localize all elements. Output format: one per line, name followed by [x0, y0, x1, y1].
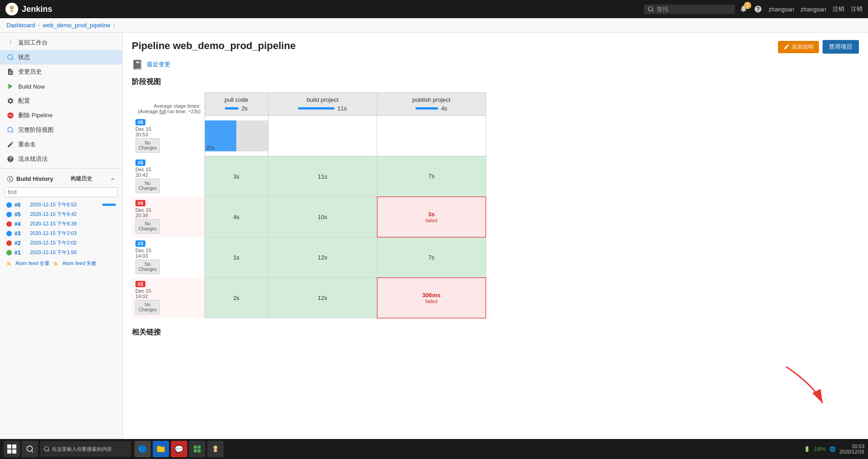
taskbar-file-explorer-icon[interactable]	[153, 441, 169, 457]
search-icon	[648, 6, 654, 12]
build-num[interactable]: #1	[15, 249, 27, 256]
stage-cell-5-publish[interactable]: 7s	[377, 156, 486, 197]
build-date[interactable]: 2020-12-15 下午8:53	[30, 201, 77, 208]
build-row-1[interactable]: #1 2020-12-15 下午1:56	[0, 248, 122, 257]
atom-feed-fail[interactable]: Atom feed 失败	[62, 260, 96, 267]
stage-cell-4-publish[interactable]: 3s failed	[377, 197, 486, 237]
search-box[interactable]	[644, 5, 735, 14]
sidebar-item-changes[interactable]: 变更历史	[0, 65, 122, 79]
no-changes-btn-4[interactable]: NoChanges	[135, 219, 160, 234]
no-changes-btn-5[interactable]: NoChanges	[135, 179, 160, 193]
sidebar-item-rename[interactable]: 重命名	[0, 137, 122, 152]
stage-row-5: #5 Dec 15 20:42 NoChanges 3s 11s 7s	[132, 156, 486, 197]
sidebar-item-delete[interactable]: 删除 Pipeline	[0, 108, 122, 123]
stage-cell-3-pull[interactable]: 1s	[205, 237, 268, 278]
taskbar-search-bar[interactable]: 在这里输入你要搜索的内容	[40, 441, 131, 457]
svg-rect-18	[198, 449, 201, 453]
logout-button[interactable]: 注销	[833, 5, 844, 13]
add-description-button[interactable]: 添加说明	[778, 41, 819, 53]
jenkins-logo	[5, 3, 18, 15]
chevron-up-icon[interactable]	[110, 176, 116, 182]
arrow-up-icon: ↑	[6, 39, 15, 47]
build-history-label: Build History	[6, 175, 53, 183]
sidebar-item-label: 状态	[18, 53, 30, 61]
stage-cell-2-pull[interactable]: 2s	[205, 278, 268, 318]
svg-rect-20	[214, 449, 217, 452]
taskbar-jenkins-icon[interactable]	[207, 441, 224, 457]
build-badge-3[interactable]: #3	[135, 240, 145, 247]
build-badge-4[interactable]: #4	[135, 200, 145, 206]
clock-icon	[6, 175, 14, 183]
build-num[interactable]: #5	[15, 211, 27, 218]
build-row-4[interactable]: #4 2020-12-15 下午8:39	[0, 219, 122, 229]
stage-row-6: #6 Dec 15 20:53 NoChanges 21s	[132, 116, 486, 156]
taskbar-wechat-icon[interactable]: 💬	[171, 441, 187, 457]
build-num[interactable]: #3	[15, 230, 27, 237]
brand: Jenkins	[5, 3, 52, 15]
stage-cell-4-build[interactable]: 10s	[268, 197, 377, 237]
stage-cell-2-publish[interactable]: 306ms failed	[377, 278, 486, 318]
sidebar-item-config[interactable]: 配置	[0, 94, 122, 108]
build-row-3[interactable]: #3 2020-12-15 下午2:03	[0, 229, 122, 238]
build-num[interactable]: #2	[15, 240, 27, 246]
build-date[interactable]: 2020-12-15 下午1:56	[30, 249, 77, 256]
build-num[interactable]: #4	[15, 221, 27, 227]
taskbar-network: 🌐	[829, 446, 836, 452]
build-find-input[interactable]	[5, 187, 118, 197]
folder-icon	[156, 444, 165, 454]
build-label-5: #5 Dec 15 20:42 NoChanges	[132, 156, 205, 197]
svg-point-2	[10, 7, 11, 8]
build-row-2[interactable]: #2 2020-12-15 下午2:02	[0, 238, 122, 248]
stage-cell-4-pull[interactable]: 4s	[205, 197, 268, 237]
breadcrumb-home[interactable]: Dashboard	[6, 22, 35, 29]
build-date[interactable]: 2020-12-15 下午2:03	[30, 230, 77, 237]
taskbar-start-button[interactable]	[4, 441, 20, 457]
build-badge-5[interactable]: #5	[135, 160, 145, 166]
sidebar-item-full-stage[interactable]: 完整阶段视图	[0, 123, 122, 137]
taskbar-app-icons: 💬	[135, 441, 224, 457]
build-history-text: Build History	[16, 175, 53, 182]
no-changes-btn-3[interactable]: NoChanges	[135, 259, 160, 274]
taskbar-edge-icon[interactable]	[135, 441, 151, 457]
build-row-6[interactable]: #6 2020-12-15 下午8:53	[0, 200, 122, 210]
build-num[interactable]: #6	[15, 202, 27, 208]
stage-cell-6-build[interactable]	[268, 116, 377, 156]
atom-feed-all[interactable]: Atom feed 全量	[15, 260, 50, 267]
logout-text[interactable]: 注销	[851, 5, 863, 13]
notification-bell[interactable]: 1	[739, 5, 748, 14]
stage-cell-2-build[interactable]: 12s	[268, 278, 377, 318]
build-date[interactable]: 2020-12-15 下午8:42	[30, 211, 77, 218]
taskbar-search-icon	[26, 445, 34, 453]
stage-view-icon	[6, 126, 15, 134]
build-history-header: Build History 构建历史	[0, 172, 122, 185]
stage-cell-3-publish[interactable]: 7s	[377, 237, 486, 278]
build-history-chinese: 构建历史	[70, 175, 92, 183]
avg-time-build: 11s	[337, 105, 347, 112]
disable-project-button[interactable]: 禁用项目	[823, 40, 859, 54]
build-date[interactable]: 2020-12-15 下午2:02	[30, 239, 77, 246]
stage-cell-5-build[interactable]: 11s	[268, 156, 377, 197]
sidebar-item-pipeline-syntax[interactable]: 流水线语法	[0, 152, 122, 166]
stage-cell-6-publish[interactable]	[377, 116, 486, 156]
search-input[interactable]	[657, 6, 720, 13]
breadcrumb-current[interactable]: web_demo_prod_pipeline	[43, 22, 110, 29]
build-badge-2[interactable]: #2	[135, 281, 145, 287]
taskbar-app5-icon[interactable]	[189, 441, 205, 457]
sidebar-item-back[interactable]: ↑ 返回工作台	[0, 35, 122, 50]
sidebar-item-build-now[interactable]: Build Now	[0, 79, 122, 94]
sidebar-item-status[interactable]: 状态	[0, 50, 122, 65]
taskbar-search-button[interactable]	[22, 441, 38, 457]
no-changes-btn-2[interactable]: NoChanges	[135, 300, 160, 314]
build-date[interactable]: 2020-12-15 下午8:39	[30, 220, 77, 227]
recent-changes-link[interactable]: 最近变更	[147, 60, 170, 69]
search-icon	[6, 53, 15, 61]
stage-cell-3-build[interactable]: 12s	[268, 237, 377, 278]
build-badge-6[interactable]: #6	[135, 119, 145, 125]
question-icon[interactable]	[754, 5, 762, 13]
build-row-5[interactable]: #5 2020-12-15 下午8:42	[0, 210, 122, 219]
progress-cell-6[interactable]: 21s	[205, 120, 268, 151]
taskbar-time: 20:53 2020/12/15	[839, 444, 864, 454]
sidebar-item-label: 返回工作台	[18, 39, 48, 47]
no-changes-btn-6[interactable]: NoChanges	[135, 138, 160, 153]
stage-cell-5-pull[interactable]: 3s	[205, 156, 268, 197]
